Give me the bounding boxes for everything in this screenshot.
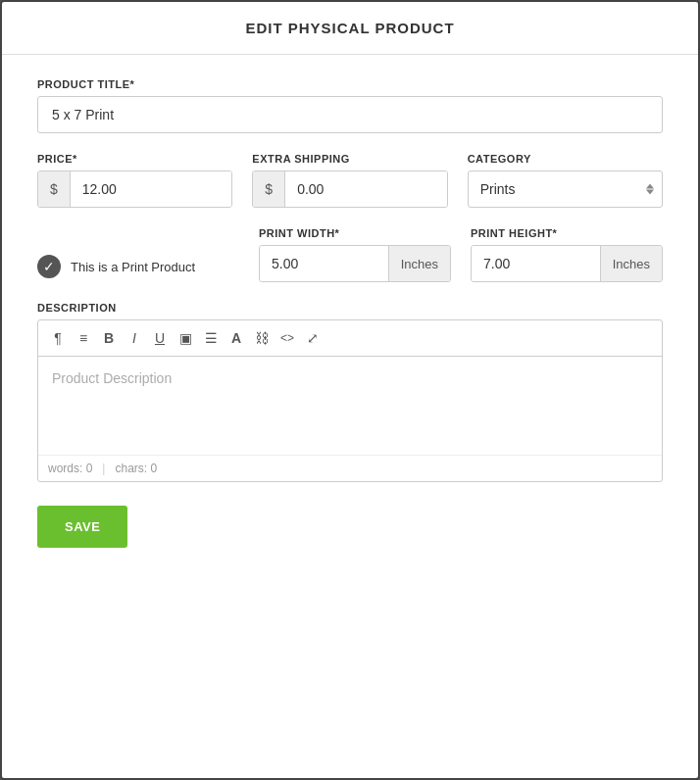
category-label: CATEGORY	[468, 153, 663, 165]
category-select-wrapper: Prints Canvas Other	[468, 171, 663, 208]
modal-header: EDIT PHYSICAL PRODUCT	[2, 2, 698, 55]
price-shipping-category-row: PRICE* $ EXTRA SHIPPING $ CATEGORY Print…	[37, 153, 663, 208]
price-prefix: $	[38, 171, 71, 207]
print-checkbox-col: ✓ This is a Print Product	[37, 227, 239, 278]
print-product-row: ✓ This is a Print Product PRINT WIDTH* I…	[37, 227, 663, 282]
modal-title: EDIT PHYSICAL PRODUCT	[22, 20, 678, 36]
print-height-unit: Inches	[600, 246, 662, 281]
print-product-label: This is a Print Product	[71, 260, 195, 274]
shipping-prefix: $	[253, 171, 285, 207]
toolbar-image-btn[interactable]: ▣	[174, 326, 197, 350]
shipping-input[interactable]	[285, 171, 447, 207]
footer-separator: |	[102, 462, 105, 475]
editor-footer: words: 0 | chars: 0	[38, 455, 662, 481]
toolbar-italic-btn[interactable]: I	[123, 326, 146, 350]
char-count: chars: 0	[115, 462, 157, 475]
toolbar-list-btn[interactable]: ☰	[199, 326, 223, 350]
toolbar-underline-btn[interactable]: U	[148, 326, 172, 350]
print-dims-col: PRINT WIDTH* Inches PRINT HEIGHT* Inches	[259, 227, 663, 282]
price-col: PRICE* $	[37, 153, 232, 208]
toolbar-align-btn[interactable]: ≡	[72, 326, 95, 350]
edit-physical-product-modal: EDIT PHYSICAL PRODUCT PRODUCT TITLE* PRI…	[0, 0, 700, 780]
print-width-unit: Inches	[388, 246, 450, 281]
category-col: CATEGORY Prints Canvas Other	[468, 153, 663, 208]
description-editor-container: ¶ ≡ B I U ▣ ☰ A ⛓ <> ⤢ Product Descripti…	[37, 319, 663, 482]
price-label: PRICE*	[37, 153, 232, 165]
print-height-input[interactable]	[472, 246, 600, 281]
print-width-input[interactable]	[260, 246, 388, 281]
shipping-label: EXTRA SHIPPING	[252, 153, 447, 165]
toolbar-paragraph-btn[interactable]: ¶	[46, 326, 70, 350]
word-count: words: 0	[48, 462, 92, 475]
product-title-label: PRODUCT TITLE*	[37, 78, 663, 90]
description-section: DESCRIPTION ¶ ≡ B I U ▣ ☰ A ⛓ <> ⤢ Produ…	[37, 302, 663, 482]
print-width-label: PRINT WIDTH*	[259, 227, 451, 239]
toolbar-code-btn[interactable]: <>	[275, 326, 299, 350]
toolbar-link-btn[interactable]: ⛓	[250, 326, 274, 350]
modal-body: PRODUCT TITLE* PRICE* $ EXTRA SHIPPING $…	[2, 55, 698, 571]
category-select[interactable]: Prints Canvas Other	[469, 171, 662, 207]
description-placeholder: Product Description	[52, 370, 172, 386]
print-width-input-group: Inches	[259, 245, 451, 282]
description-editor-area[interactable]: Product Description	[38, 357, 662, 455]
editor-toolbar: ¶ ≡ B I U ▣ ☰ A ⛓ <> ⤢	[38, 320, 662, 357]
toolbar-expand-btn[interactable]: ⤢	[301, 326, 325, 350]
toolbar-bold-btn[interactable]: B	[97, 326, 121, 350]
shipping-col: EXTRA SHIPPING $	[252, 153, 447, 208]
description-label: DESCRIPTION	[37, 302, 663, 314]
print-width-field: PRINT WIDTH* Inches	[259, 227, 451, 282]
print-height-label: PRINT HEIGHT*	[471, 227, 663, 239]
product-title-input[interactable]	[37, 96, 663, 133]
price-input[interactable]	[71, 171, 232, 207]
shipping-input-group: $	[252, 171, 447, 208]
print-height-input-group: Inches	[471, 245, 663, 282]
toolbar-font-color-btn[interactable]: A	[225, 326, 248, 350]
print-product-checkbox-icon[interactable]: ✓	[37, 255, 61, 278]
price-input-group: $	[37, 171, 232, 208]
print-height-field: PRINT HEIGHT* Inches	[471, 227, 663, 282]
save-button[interactable]: SAVE	[37, 506, 127, 548]
